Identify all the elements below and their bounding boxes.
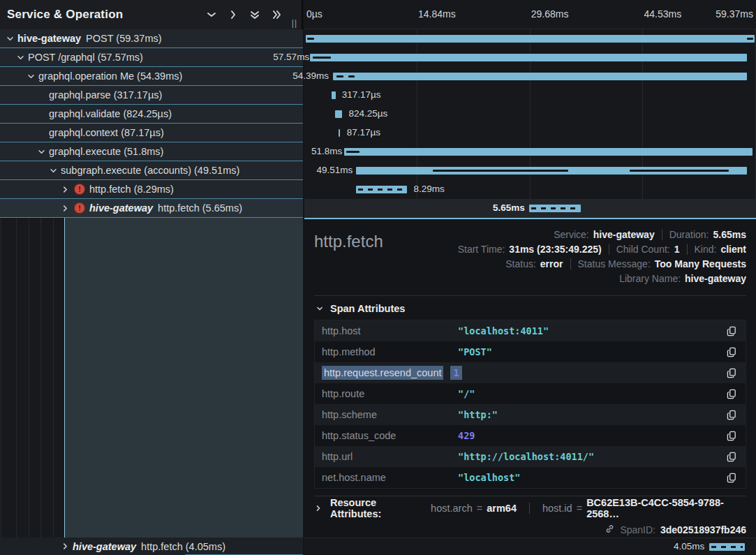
tree-row-http-fetch-5ms-selected[interactable]: ! hive-gateway http.fetch (5.65ms): [0, 199, 303, 218]
span-bar[interactable]: [333, 73, 747, 80]
span-bar[interactable]: [709, 543, 746, 551]
panel-resize-handle[interactable]: ||: [292, 18, 297, 28]
copy-icon[interactable]: [727, 452, 737, 462]
attribute-row[interactable]: http.route "/": [315, 383, 746, 404]
chevron-right-icon[interactable]: [59, 541, 71, 552]
span-bar[interactable]: [339, 129, 340, 137]
span-bar[interactable]: [344, 148, 753, 156]
expand-one-icon[interactable]: [228, 9, 239, 20]
attribute-value: 429: [458, 430, 475, 441]
waterfall-row[interactable]: 8.29ms: [304, 180, 756, 199]
span-id-label: SpanID:: [620, 524, 655, 535]
span-meta: Service:hive-gateway Duration:5.65ms Sta…: [458, 229, 746, 284]
waterfall-row[interactable]: 87.17µs: [304, 124, 756, 142]
equals-sign: =: [477, 503, 482, 514]
waterfall-row[interactable]: 57.57ms: [304, 48, 756, 67]
chevron-down-icon[interactable]: [25, 71, 36, 82]
chevron-right-icon[interactable]: [59, 184, 71, 195]
attribute-row-selected[interactable]: http.request.resend_count 1: [315, 362, 746, 383]
meta-label: Library Name:: [619, 273, 681, 284]
copy-icon[interactable]: [727, 326, 737, 336]
attribute-row[interactable]: http.scheme "http:": [315, 404, 746, 425]
tree-row-graphql-validate[interactable]: graphql.validate (824.25µs): [0, 105, 303, 124]
span-bar[interactable]: [306, 35, 755, 43]
self-time-dashes: [358, 188, 404, 191]
attribute-value: "localhost:4011": [458, 325, 549, 336]
span-bar[interactable]: [332, 91, 335, 99]
self-time-mark: [747, 38, 753, 40]
meta-value: client: [720, 244, 746, 255]
attribute-key: http.url: [322, 451, 458, 462]
chevron-down-icon[interactable]: [15, 52, 26, 63]
span-label: graphql.operation Me (54.39ms): [38, 71, 182, 82]
waterfall-row[interactable]: 54.39ms: [304, 67, 756, 86]
attribute-value: 1: [450, 366, 461, 380]
tree-row-post-graphql[interactable]: POST /graphql (57.57ms): [0, 48, 303, 67]
span-bar[interactable]: [356, 186, 406, 193]
tick-label: 14.84ms: [418, 8, 456, 20]
collapse-one-icon[interactable]: [206, 9, 217, 20]
meta-value: hive-gateway: [685, 273, 746, 284]
chevron-right-icon[interactable]: [59, 202, 71, 214]
tree-row-subgraph-execute[interactable]: subgraph.execute (accounts) (49.51ms): [0, 161, 303, 180]
span-bar[interactable]: [335, 110, 342, 118]
left-panel-header: Service & Operation ||: [0, 0, 302, 29]
chevron-right-icon[interactable]: [314, 503, 323, 514]
resource-attributes-row[interactable]: Resource Attributes: host.arch = arm64 h…: [314, 496, 746, 519]
tree-row-graphql-operation[interactable]: graphql.operation Me (54.39ms): [0, 67, 303, 86]
chevron-down-icon[interactable]: [314, 303, 325, 314]
tree-row-graphql-context[interactable]: graphql.context (87.17µs): [0, 124, 303, 142]
waterfall-row[interactable]: 49.51ms: [304, 161, 756, 180]
waterfall-row[interactable]: 317.17µs: [304, 86, 756, 105]
waterfall-row[interactable]: 824.25µs: [304, 105, 756, 124]
meta-separator: [662, 229, 662, 240]
attribute-row[interactable]: http.status_code 429: [315, 425, 746, 446]
copy-icon[interactable]: [727, 410, 737, 420]
meta-value: 1: [674, 244, 680, 255]
expand-all-icon[interactable]: [271, 9, 282, 20]
duration-label: 8.29ms: [414, 184, 445, 194]
resource-key: host.arch: [431, 503, 473, 514]
attribute-key: http.scheme: [322, 409, 458, 420]
tree-row-http-fetch-8ms[interactable]: ! http.fetch (8.29ms): [0, 180, 303, 199]
attribute-row[interactable]: http.method "POST": [315, 341, 746, 362]
tree-row-graphql-parse[interactable]: graphql.parse (317.17µs): [0, 86, 303, 105]
copy-icon[interactable]: [727, 431, 737, 441]
span-title: http.fetch: [314, 229, 383, 284]
span-id-value[interactable]: 3de02518937fb246: [660, 524, 746, 535]
tick-label: 44.53ms: [644, 8, 682, 20]
copy-icon[interactable]: [727, 368, 737, 378]
attribute-key: http.status_code: [322, 430, 458, 441]
collapse-all-icon[interactable]: [249, 9, 260, 20]
chevron-down-icon[interactable]: [36, 146, 47, 157]
duration-label: 824.25µs: [348, 108, 387, 119]
attribute-row[interactable]: net.host.name "localhost": [315, 467, 746, 488]
tree-row-graphql-execute[interactable]: graphql.execute (51.8ms): [0, 142, 303, 161]
duration-label: 4.05ms: [674, 541, 704, 552]
chevron-down-icon[interactable]: [47, 165, 59, 176]
attribute-row[interactable]: http.host "localhost:4011": [315, 320, 746, 341]
tree-row-http-fetch-4ms[interactable]: hive-gateway http.fetch (4.05ms): [0, 538, 303, 555]
attribute-key: http.request.resend_count: [322, 366, 443, 380]
attribute-key: http.route: [322, 388, 458, 399]
span-bar[interactable]: [529, 205, 581, 212]
self-time-mark: [630, 170, 729, 172]
copy-icon[interactable]: [727, 347, 737, 357]
tree-row-hive-gateway-post[interactable]: hive-gateway POST (59.37ms): [0, 29, 303, 48]
meta-label: Kind:: [695, 244, 717, 255]
span-bar[interactable]: [310, 54, 747, 61]
link-icon[interactable]: [605, 524, 615, 536]
duration-label: 54.39ms: [292, 71, 329, 81]
span-attributes-header[interactable]: Span Attributes: [314, 297, 746, 320]
attribute-row[interactable]: http.url "http://localhost:4011/": [315, 446, 746, 467]
waterfall-row-selected[interactable]: 5.65ms: [304, 199, 756, 218]
copy-icon[interactable]: [727, 389, 737, 399]
attribute-value: "POST": [458, 346, 492, 357]
waterfall-row[interactable]: 51.8ms: [304, 142, 756, 161]
waterfall-row-bottom[interactable]: 4.05ms: [304, 538, 756, 555]
duration-label: 5.65ms: [493, 202, 525, 213]
self-time-mark: [313, 57, 331, 59]
waterfall-row[interactable]: [304, 29, 756, 48]
copy-icon[interactable]: [727, 473, 737, 483]
chevron-down-icon[interactable]: [4, 33, 15, 44]
